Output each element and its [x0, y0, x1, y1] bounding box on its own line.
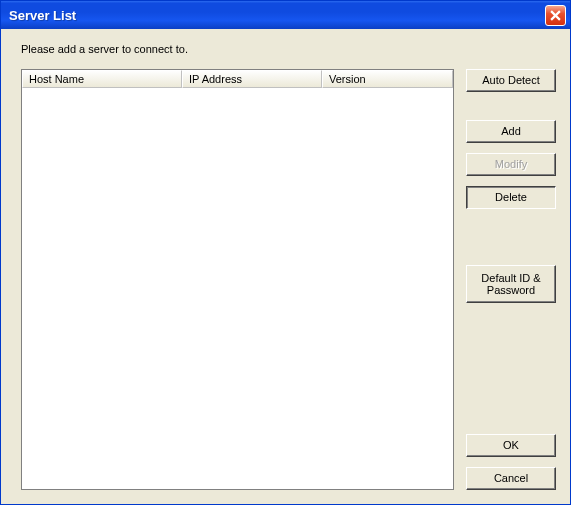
main-row: Host Name IP Address Version Auto Detect…: [21, 69, 556, 490]
server-table[interactable]: Host Name IP Address Version: [21, 69, 454, 490]
dialog-content: Please add a server to connect to. Host …: [1, 29, 570, 504]
window-title: Server List: [9, 8, 545, 23]
server-list-dialog: Server List Please add a server to conne…: [0, 0, 571, 505]
default-id-password-button[interactable]: Default ID & Password: [466, 265, 556, 303]
delete-button[interactable]: Delete: [466, 186, 556, 209]
close-icon: [550, 10, 561, 21]
close-button[interactable]: [545, 5, 566, 26]
button-column: Auto Detect Add Modify Delete Default ID…: [466, 69, 556, 490]
auto-detect-button[interactable]: Auto Detect: [466, 69, 556, 92]
titlebar[interactable]: Server List: [1, 1, 570, 29]
instruction-text: Please add a server to connect to.: [21, 43, 556, 55]
table-header: Host Name IP Address Version: [22, 70, 453, 88]
ok-button[interactable]: OK: [466, 434, 556, 457]
table-body[interactable]: [22, 88, 453, 489]
cancel-button[interactable]: Cancel: [466, 467, 556, 490]
column-header-ip[interactable]: IP Address: [182, 70, 322, 88]
modify-button[interactable]: Modify: [466, 153, 556, 176]
add-button[interactable]: Add: [466, 120, 556, 143]
column-header-hostname[interactable]: Host Name: [22, 70, 182, 88]
column-header-version[interactable]: Version: [322, 70, 453, 88]
